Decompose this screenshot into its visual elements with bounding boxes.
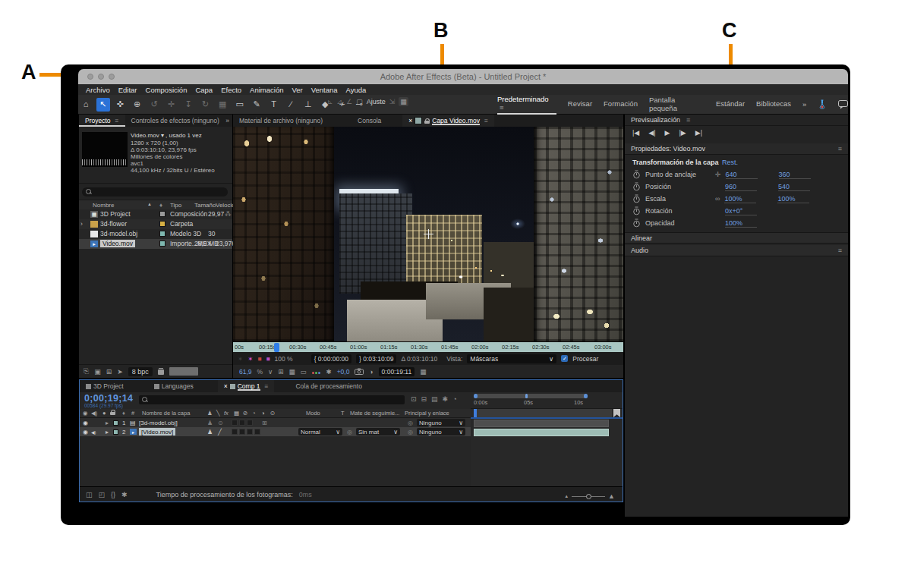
layer-bar-3d-model[interactable] [474, 420, 609, 427]
expression-icon[interactable]: {} [111, 491, 115, 498]
quality-toggle-icon[interactable]: ╱ [218, 427, 222, 436]
tab-capa-video[interactable]: × Capa Video.mov ≡ [402, 115, 494, 127]
col-t[interactable]: T [341, 410, 345, 417]
link-dimensions-icon[interactable]: ∞ [715, 195, 720, 203]
hand-tool-icon[interactable]: ✜ [113, 98, 127, 112]
stopwatch-icon[interactable] [632, 170, 641, 179]
audio-section[interactable]: Audio ≡ [625, 245, 848, 256]
col-mode[interactable]: Modo [306, 410, 320, 417]
workspace-revisar[interactable]: Revisar [568, 99, 592, 109]
project-row[interactable]: 3d-model.obj Modelo 3D 30 [79, 229, 232, 239]
snap-checkbox-icon[interactable]: ▢ [356, 98, 363, 105]
snap-label[interactable]: Ajuste [367, 98, 386, 105]
eye-icon[interactable]: ◉ [83, 427, 88, 436]
panel-menu-icon[interactable]: ≡ [265, 382, 269, 390]
menu-ver[interactable]: Ver [292, 86, 302, 94]
show-channel-icon[interactable] [312, 368, 321, 376]
eye-icon[interactable]: ◉ [83, 410, 88, 417]
layer-name-selected[interactable]: [Video.mov] [139, 428, 175, 435]
audio-on-icon[interactable]: ◀) [91, 427, 96, 436]
layer-name[interactable]: [3d-model.obj] [139, 418, 178, 427]
property-label[interactable]: Opacidad [645, 219, 715, 227]
col-parent[interactable]: Principal y enlace [405, 410, 449, 417]
property-value[interactable]: 960 [725, 183, 757, 191]
orbit-camera-tool-icon[interactable]: ↺ [147, 98, 161, 112]
grid-guides-icon[interactable]: ⊞ [278, 368, 283, 376]
navigator-end-handle[interactable] [584, 394, 588, 398]
pan-camera-tool-icon[interactable]: ✛ [165, 98, 178, 112]
wave-icon[interactable]: ✱ [121, 491, 128, 498]
axis-mode2-icon[interactable]: ⊿ [337, 98, 343, 105]
tab-comp1[interactable]: × Comp 1 ≡ [218, 380, 275, 392]
lock-icon[interactable] [424, 118, 430, 124]
lock-icon[interactable] [110, 410, 115, 415]
blend-icon[interactable]: ⊘ [243, 410, 247, 417]
label-swatch[interactable] [159, 221, 165, 227]
tab-3d-project[interactable]: 3D Project [80, 380, 130, 392]
panel-menu-icon[interactable]: ≡ [838, 247, 842, 254]
timeline-current-time[interactable]: 0;00;19;14 [84, 393, 133, 404]
exposure-value[interactable]: +0,0 [337, 368, 350, 376]
property-value[interactable]: 360 [779, 171, 811, 179]
previous-frame-icon[interactable]: ◀| [648, 129, 655, 137]
property-label[interactable]: Rotación [645, 207, 715, 215]
magnification-value[interactable]: 61,9 [239, 368, 252, 376]
col-tamano[interactable]: Tamaño [194, 202, 216, 209]
panel-menu-icon[interactable]: ≡ [686, 116, 690, 124]
label-swatch[interactable] [159, 211, 165, 217]
dolly-camera-tool-icon[interactable]: ↧ [181, 98, 195, 112]
panel-menu-icon[interactable]: ≡ [115, 117, 119, 124]
project-search-input[interactable] [82, 187, 228, 197]
bit-depth-button[interactable]: 8 bpc [128, 367, 153, 376]
stopwatch-icon[interactable] [632, 182, 641, 191]
col-tipo[interactable]: Tipo [170, 202, 181, 209]
property-value[interactable]: 100% [724, 195, 756, 203]
region-of-interest-icon[interactable]: ▭ [301, 368, 307, 376]
label-swatch[interactable] [159, 231, 165, 237]
layer-color-swatch[interactable] [113, 420, 118, 426]
collapse-icon[interactable]: ╲ [216, 410, 220, 417]
shy-toggle-icon[interactable]: ♟ [207, 418, 213, 427]
workspace-pantalla-pequena[interactable]: Pantalla pequeña [649, 96, 705, 114]
fx-icon[interactable]: fx [224, 410, 229, 417]
draft-3d-icon[interactable]: ⊟ [421, 395, 427, 403]
brush-tool-icon[interactable]: ∕ [284, 97, 298, 111]
first-frame-icon[interactable]: |◀ [632, 129, 639, 137]
panel-menu-icon[interactable]: ≡ [484, 117, 488, 124]
matte-pickwhip-icon[interactable]: ◎ [347, 427, 352, 436]
tab-cola-de-procesamiento[interactable]: Cola de procesamiento [289, 380, 367, 392]
frame-blend-icon[interactable]: ✱ [443, 395, 449, 403]
timeline-ruler[interactable]: 0:00s 05s 10s [471, 399, 623, 408]
current-time-indicator[interactable] [274, 343, 279, 352]
mini-flowchart-icon[interactable]: ⊡ [411, 395, 417, 403]
comp-marker-icon[interactable] [613, 409, 620, 417]
navigator-start-handle[interactable] [474, 394, 478, 398]
menu-editar[interactable]: Editar [118, 86, 137, 94]
magnification-chevron-icon[interactable]: ∨ [268, 368, 273, 376]
property-label[interactable]: Punto de anclaje [645, 171, 715, 178]
home-tool-icon[interactable]: ⌂ [79, 97, 93, 111]
rotation-tool-icon[interactable]: ↻ [199, 98, 213, 112]
mask-visibility-icon[interactable]: ▦ [288, 368, 295, 376]
layer-bar-video[interactable] [474, 429, 609, 436]
work-area-start-handle[interactable] [474, 409, 477, 417]
motion-blur-icon[interactable]: ◔ [252, 410, 256, 417]
mask-icon[interactable]: ▦ [234, 410, 239, 417]
work-area-bar[interactable] [474, 409, 612, 417]
align-section[interactable]: Alinear [625, 232, 848, 244]
3d-icon[interactable]: ⊙ [270, 410, 275, 417]
stopwatch-icon[interactable] [632, 219, 641, 228]
overlay-edit-icon[interactable]: ■ [266, 355, 270, 363]
solo-icon[interactable]: ● [102, 410, 106, 417]
workspace-menu-icon[interactable]: ≡ [500, 103, 504, 112]
property-value[interactable]: 100% [777, 195, 809, 203]
project-row[interactable]: › 3d-flower Carpeta [79, 219, 232, 229]
property-value[interactable]: 0x+0° [725, 207, 757, 215]
tab-controles-de-efectos[interactable]: Controles de efectos (ninguno) [125, 115, 225, 127]
beta-flask-icon[interactable] [818, 99, 827, 109]
axis-mode-icon[interactable]: ⊾ [327, 98, 333, 105]
in-point[interactable]: { 0:00:00:00 [311, 354, 351, 363]
tab-consola[interactable]: Consola [351, 115, 387, 127]
resolution-icon[interactable]: ✱ [326, 368, 332, 376]
menu-composicion[interactable]: Composición [146, 86, 188, 94]
